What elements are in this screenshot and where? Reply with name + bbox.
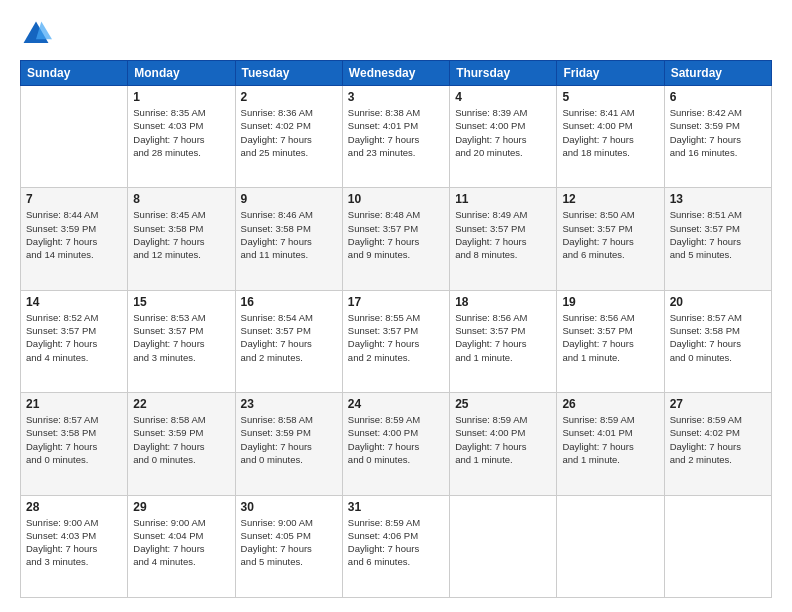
- cell-info: Sunrise: 8:46 AM Sunset: 3:58 PM Dayligh…: [241, 208, 337, 261]
- cell-date: 9: [241, 192, 337, 206]
- calendar-week-row: 21Sunrise: 8:57 AM Sunset: 3:58 PM Dayli…: [21, 393, 772, 495]
- cell-date: 4: [455, 90, 551, 104]
- cell-info: Sunrise: 8:57 AM Sunset: 3:58 PM Dayligh…: [670, 311, 766, 364]
- cell-date: 24: [348, 397, 444, 411]
- calendar-cell: 2Sunrise: 8:36 AM Sunset: 4:02 PM Daylig…: [235, 86, 342, 188]
- cell-info: Sunrise: 8:39 AM Sunset: 4:00 PM Dayligh…: [455, 106, 551, 159]
- cell-info: Sunrise: 8:38 AM Sunset: 4:01 PM Dayligh…: [348, 106, 444, 159]
- calendar-cell: 4Sunrise: 8:39 AM Sunset: 4:00 PM Daylig…: [450, 86, 557, 188]
- cell-date: 17: [348, 295, 444, 309]
- cell-info: Sunrise: 8:59 AM Sunset: 4:06 PM Dayligh…: [348, 516, 444, 569]
- cell-info: Sunrise: 8:44 AM Sunset: 3:59 PM Dayligh…: [26, 208, 122, 261]
- calendar-table: SundayMondayTuesdayWednesdayThursdayFrid…: [20, 60, 772, 598]
- cell-date: 18: [455, 295, 551, 309]
- cell-info: Sunrise: 8:36 AM Sunset: 4:02 PM Dayligh…: [241, 106, 337, 159]
- cell-date: 19: [562, 295, 658, 309]
- cell-info: Sunrise: 8:55 AM Sunset: 3:57 PM Dayligh…: [348, 311, 444, 364]
- logo: [20, 18, 56, 50]
- calendar-cell: 26Sunrise: 8:59 AM Sunset: 4:01 PM Dayli…: [557, 393, 664, 495]
- calendar-day-header: Monday: [128, 61, 235, 86]
- cell-date: 30: [241, 500, 337, 514]
- calendar-week-row: 1Sunrise: 8:35 AM Sunset: 4:03 PM Daylig…: [21, 86, 772, 188]
- calendar-cell: 23Sunrise: 8:58 AM Sunset: 3:59 PM Dayli…: [235, 393, 342, 495]
- cell-info: Sunrise: 9:00 AM Sunset: 4:03 PM Dayligh…: [26, 516, 122, 569]
- cell-date: 21: [26, 397, 122, 411]
- cell-date: 2: [241, 90, 337, 104]
- cell-date: 25: [455, 397, 551, 411]
- cell-date: 20: [670, 295, 766, 309]
- cell-date: 5: [562, 90, 658, 104]
- cell-date: 3: [348, 90, 444, 104]
- cell-info: Sunrise: 8:48 AM Sunset: 3:57 PM Dayligh…: [348, 208, 444, 261]
- calendar-cell: 21Sunrise: 8:57 AM Sunset: 3:58 PM Dayli…: [21, 393, 128, 495]
- calendar-cell: 11Sunrise: 8:49 AM Sunset: 3:57 PM Dayli…: [450, 188, 557, 290]
- cell-info: Sunrise: 8:51 AM Sunset: 3:57 PM Dayligh…: [670, 208, 766, 261]
- cell-info: Sunrise: 8:54 AM Sunset: 3:57 PM Dayligh…: [241, 311, 337, 364]
- calendar-cell: 30Sunrise: 9:00 AM Sunset: 4:05 PM Dayli…: [235, 495, 342, 597]
- calendar-cell: 13Sunrise: 8:51 AM Sunset: 3:57 PM Dayli…: [664, 188, 771, 290]
- cell-info: Sunrise: 8:52 AM Sunset: 3:57 PM Dayligh…: [26, 311, 122, 364]
- calendar-cell: 16Sunrise: 8:54 AM Sunset: 3:57 PM Dayli…: [235, 290, 342, 392]
- calendar-cell: 14Sunrise: 8:52 AM Sunset: 3:57 PM Dayli…: [21, 290, 128, 392]
- cell-date: 26: [562, 397, 658, 411]
- cell-info: Sunrise: 8:41 AM Sunset: 4:00 PM Dayligh…: [562, 106, 658, 159]
- cell-info: Sunrise: 8:56 AM Sunset: 3:57 PM Dayligh…: [455, 311, 551, 364]
- cell-date: 14: [26, 295, 122, 309]
- calendar-day-header: Thursday: [450, 61, 557, 86]
- calendar-cell: 10Sunrise: 8:48 AM Sunset: 3:57 PM Dayli…: [342, 188, 449, 290]
- calendar-header-row: SundayMondayTuesdayWednesdayThursdayFrid…: [21, 61, 772, 86]
- cell-date: 6: [670, 90, 766, 104]
- cell-info: Sunrise: 8:59 AM Sunset: 4:02 PM Dayligh…: [670, 413, 766, 466]
- cell-info: Sunrise: 8:45 AM Sunset: 3:58 PM Dayligh…: [133, 208, 229, 261]
- cell-date: 31: [348, 500, 444, 514]
- logo-icon: [20, 18, 52, 50]
- cell-info: Sunrise: 8:35 AM Sunset: 4:03 PM Dayligh…: [133, 106, 229, 159]
- page: SundayMondayTuesdayWednesdayThursdayFrid…: [0, 0, 792, 612]
- calendar-cell: 19Sunrise: 8:56 AM Sunset: 3:57 PM Dayli…: [557, 290, 664, 392]
- calendar-day-header: Tuesday: [235, 61, 342, 86]
- calendar-cell: [21, 86, 128, 188]
- cell-date: 7: [26, 192, 122, 206]
- calendar-cell: 17Sunrise: 8:55 AM Sunset: 3:57 PM Dayli…: [342, 290, 449, 392]
- calendar-cell: 28Sunrise: 9:00 AM Sunset: 4:03 PM Dayli…: [21, 495, 128, 597]
- cell-info: Sunrise: 9:00 AM Sunset: 4:05 PM Dayligh…: [241, 516, 337, 569]
- calendar-cell: 18Sunrise: 8:56 AM Sunset: 3:57 PM Dayli…: [450, 290, 557, 392]
- cell-date: 13: [670, 192, 766, 206]
- calendar-week-row: 7Sunrise: 8:44 AM Sunset: 3:59 PM Daylig…: [21, 188, 772, 290]
- calendar-day-header: Wednesday: [342, 61, 449, 86]
- cell-date: 22: [133, 397, 229, 411]
- cell-date: 23: [241, 397, 337, 411]
- cell-info: Sunrise: 8:56 AM Sunset: 3:57 PM Dayligh…: [562, 311, 658, 364]
- calendar-cell: [450, 495, 557, 597]
- cell-info: Sunrise: 8:59 AM Sunset: 4:00 PM Dayligh…: [455, 413, 551, 466]
- calendar-cell: [557, 495, 664, 597]
- calendar-cell: 20Sunrise: 8:57 AM Sunset: 3:58 PM Dayli…: [664, 290, 771, 392]
- cell-date: 1: [133, 90, 229, 104]
- calendar-cell: 9Sunrise: 8:46 AM Sunset: 3:58 PM Daylig…: [235, 188, 342, 290]
- calendar-cell: 31Sunrise: 8:59 AM Sunset: 4:06 PM Dayli…: [342, 495, 449, 597]
- calendar-cell: 24Sunrise: 8:59 AM Sunset: 4:00 PM Dayli…: [342, 393, 449, 495]
- calendar-cell: 29Sunrise: 9:00 AM Sunset: 4:04 PM Dayli…: [128, 495, 235, 597]
- cell-date: 8: [133, 192, 229, 206]
- calendar-cell: 15Sunrise: 8:53 AM Sunset: 3:57 PM Dayli…: [128, 290, 235, 392]
- calendar-cell: 6Sunrise: 8:42 AM Sunset: 3:59 PM Daylig…: [664, 86, 771, 188]
- header: [20, 18, 772, 50]
- calendar-day-header: Saturday: [664, 61, 771, 86]
- calendar-cell: 1Sunrise: 8:35 AM Sunset: 4:03 PM Daylig…: [128, 86, 235, 188]
- cell-date: 16: [241, 295, 337, 309]
- calendar-cell: 8Sunrise: 8:45 AM Sunset: 3:58 PM Daylig…: [128, 188, 235, 290]
- calendar-cell: 25Sunrise: 8:59 AM Sunset: 4:00 PM Dayli…: [450, 393, 557, 495]
- calendar-day-header: Friday: [557, 61, 664, 86]
- cell-info: Sunrise: 8:59 AM Sunset: 4:01 PM Dayligh…: [562, 413, 658, 466]
- calendar-week-row: 28Sunrise: 9:00 AM Sunset: 4:03 PM Dayli…: [21, 495, 772, 597]
- cell-info: Sunrise: 8:42 AM Sunset: 3:59 PM Dayligh…: [670, 106, 766, 159]
- cell-date: 29: [133, 500, 229, 514]
- cell-date: 27: [670, 397, 766, 411]
- calendar-cell: [664, 495, 771, 597]
- cell-info: Sunrise: 8:53 AM Sunset: 3:57 PM Dayligh…: [133, 311, 229, 364]
- calendar-cell: 22Sunrise: 8:58 AM Sunset: 3:59 PM Dayli…: [128, 393, 235, 495]
- cell-date: 10: [348, 192, 444, 206]
- cell-info: Sunrise: 8:58 AM Sunset: 3:59 PM Dayligh…: [133, 413, 229, 466]
- calendar-cell: 3Sunrise: 8:38 AM Sunset: 4:01 PM Daylig…: [342, 86, 449, 188]
- cell-info: Sunrise: 8:58 AM Sunset: 3:59 PM Dayligh…: [241, 413, 337, 466]
